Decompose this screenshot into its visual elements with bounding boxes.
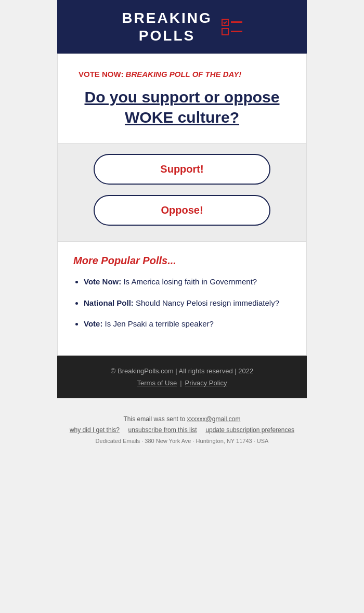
poll-question: Do you support or oppose WOKE culture? [79, 87, 285, 127]
poll-item-3: Vote: Is Jen Psaki a terrible speaker? [84, 318, 291, 330]
more-polls-section: More Popular Polls... Vote Now: Is Ameri… [57, 242, 307, 356]
poll-item-2: National Poll: Should Nancy Pelosi resig… [84, 297, 291, 309]
poll-text-1: Is America losing faith in Government? [123, 277, 257, 286]
checkbox-box-icon-2 [222, 28, 229, 35]
email-footer: This email was sent to xxxxxx@gmail.com … [70, 414, 294, 447]
email-sent-line: This email was sent to xxxxxx@gmail.com [70, 414, 294, 425]
poll-link-2[interactable]: National Poll: Should Nancy Pelosi resig… [84, 298, 279, 307]
oppose-button[interactable]: Oppose! [94, 195, 270, 226]
footer-separator: | [180, 379, 181, 387]
support-button[interactable]: Support! [94, 154, 270, 185]
poll-bold-1: Vote Now: [84, 277, 121, 286]
brand-title-line1: BREAKING [122, 10, 212, 26]
vote-now-label: VOTE NOW: BREAKING POLL OF THE DAY! [79, 70, 285, 79]
footer: © BreakingPolls.com | All rights reserve… [57, 356, 307, 398]
checkbox-line-2 [231, 31, 242, 32]
brand-icon [222, 19, 242, 35]
voting-section: Support! Oppose! [57, 144, 307, 242]
checkbox-row-1 [222, 19, 242, 26]
unsubscribe-link[interactable]: unsubscribe from this list [128, 426, 197, 434]
poll-bold-2: National Poll: [84, 298, 134, 307]
header: BREAKING POLLS [57, 0, 307, 54]
email-links-line: why did I get this? unsubscribe from thi… [70, 425, 294, 436]
vote-now-suffix: BREAKING POLL OF THE DAY! [126, 70, 242, 79]
checkbox-row-2 [222, 28, 242, 35]
email-sent-text: This email was sent to [124, 415, 186, 423]
footer-links: Terms of Use | Privacy Policy [68, 379, 296, 387]
poll-link-1[interactable]: Vote Now: Is America losing faith in Gov… [84, 277, 257, 286]
poll-text-3: Is Jen Psaki a terrible speaker? [105, 319, 214, 328]
brand-title-line2: POLLS [139, 28, 195, 44]
checkbox-line-1 [231, 21, 242, 23]
vote-now-prefix: VOTE NOW: [79, 70, 123, 79]
poll-bold-3: Vote: [84, 319, 102, 328]
terms-link[interactable]: Terms of Use [137, 379, 177, 387]
update-preferences-link[interactable]: update subscription preferences [205, 426, 294, 434]
email-container: BREAKING POLLS [57, 0, 307, 398]
checkbox-box-icon [222, 19, 229, 26]
footer-copyright: © BreakingPolls.com | All rights reserve… [68, 367, 296, 375]
postal-address: Dedicated Emails · 380 New York Ave · Hu… [70, 436, 294, 447]
poll-text-2: Should Nancy Pelosi resign immediately? [136, 298, 279, 307]
poll-item-1: Vote Now: Is America losing faith in Gov… [84, 276, 291, 288]
poll-link-3[interactable]: Vote: Is Jen Psaki a terrible speaker? [84, 319, 214, 328]
why-link[interactable]: why did I get this? [70, 426, 120, 434]
email-address-link[interactable]: xxxxxx@gmail.com [187, 415, 241, 423]
more-polls-title: More Popular Polls... [73, 255, 291, 267]
checkmark-svg [223, 20, 228, 25]
poll-header: VOTE NOW: BREAKING POLL OF THE DAY! Do y… [57, 54, 307, 144]
polls-list: Vote Now: Is America losing faith in Gov… [73, 276, 291, 330]
privacy-link[interactable]: Privacy Policy [185, 379, 227, 387]
brand-title: BREAKING POLLS [122, 9, 212, 44]
